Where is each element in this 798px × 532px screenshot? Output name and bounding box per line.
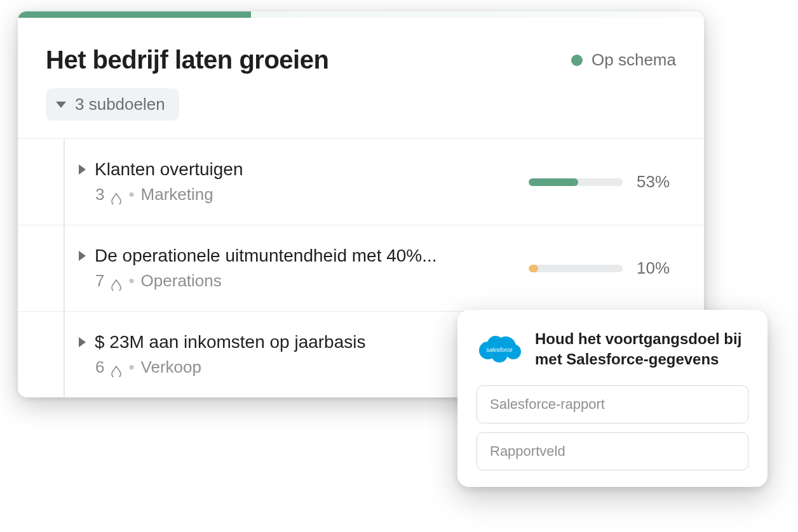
salesforce-report-field[interactable]: Salesforce-rapport [477,385,748,423]
svg-text:salesforce: salesforce [486,347,512,353]
caret-down-icon [56,102,66,108]
subgoal-title: De operationele uitmuntendheid met 40%..… [95,246,437,266]
subgoal-title: $ 23M aan inkomsten op jaarbasis [95,332,365,352]
caret-right-icon[interactable] [79,337,86,347]
progress-bar [529,178,623,186]
subgoal-meta: 6 • Verkoop [79,357,365,377]
status-dot-icon [571,55,583,66]
salesforce-logo-icon: salesforce [477,333,522,364]
subgoal-meta: 3 • Marketing [79,185,243,204]
droplet-icon [111,276,122,287]
separator-dot: • [128,271,134,291]
goal-status[interactable]: Op schema [571,50,676,70]
caret-right-icon[interactable] [79,251,86,261]
field-placeholder: Rapportveld [490,443,565,459]
subgoal-row[interactable]: Klanten overtuigen 3 • Marketing 53% [18,139,704,225]
subgoal-team: Operations [141,271,222,291]
subgoal-count: 3 [95,185,104,204]
separator-dot: • [128,357,134,377]
goal-title: Het bedrijf laten groeien [46,46,328,74]
subgoal-count: 6 [95,357,104,377]
subgoal-row[interactable]: De operationele uitmuntendheid met 40%..… [18,225,704,312]
progress-bar-fill [529,178,578,186]
subgoal-title: Klanten overtuigen [95,159,243,180]
progress-strip-fill [18,11,251,18]
popover-title: Houd het voortgangsdoel bij met Salesfor… [535,329,748,370]
subgoal-title-line: Klanten overtuigen [79,159,243,180]
progress-bar [529,265,623,272]
status-label: Op schema [592,50,676,70]
popover-header: salesforce Houd het voortgangsdoel bij m… [477,329,748,370]
subgoal-right: 53% [524,172,676,192]
subgoal-left: De operationele uitmuntendheid met 40%..… [79,246,437,291]
droplet-icon [111,189,122,201]
salesforce-popover: salesforce Houd het voortgangsdoel bij m… [457,310,768,487]
subgoal-right: 10% [524,258,676,278]
subgoal-meta: 7 • Operations [79,271,437,291]
subgoal-left: Klanten overtuigen 3 • Marketing [79,159,243,204]
separator-dot: • [128,185,134,204]
caret-right-icon[interactable] [79,164,86,175]
subgoal-left: $ 23M aan inkomsten op jaarbasis 6 • Ver… [79,332,365,377]
progress-strip [18,11,704,18]
report-field-field[interactable]: Rapportveld [477,432,748,470]
field-placeholder: Salesforce-rapport [490,396,605,412]
goal-header: Het bedrijf laten groeien Op schema [18,18,704,88]
subgoal-team: Verkoop [141,357,201,377]
droplet-icon [111,362,122,373]
subgoal-title-line: $ 23M aan inkomsten op jaarbasis [79,332,365,352]
subgoal-count: 7 [95,271,104,291]
subgoal-team: Marketing [141,185,213,204]
progress-bar-fill [529,265,538,272]
tree-line [64,312,65,397]
tree-line [64,225,65,311]
progress-percent: 10% [637,258,676,278]
progress-percent: 53% [637,172,676,192]
subgoals-count-label: 3 subdoelen [75,95,165,114]
subgoal-title-line: De operationele uitmuntendheid met 40%..… [79,246,437,266]
subgoals-toggle[interactable]: 3 subdoelen [46,88,179,121]
tree-line [64,139,65,225]
